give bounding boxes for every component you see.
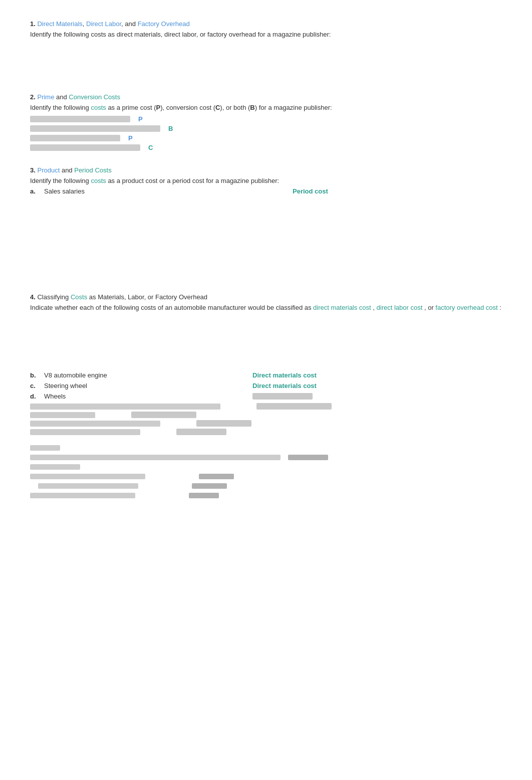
section-3-gap-large (30, 198, 502, 238)
extra-blurred-1b (288, 455, 328, 460)
section-2-title: 2. Prime and Conversion Costs (30, 93, 502, 101)
item-a-answer: Period cost (293, 187, 328, 195)
section-3-costs-link[interactable]: costs (91, 177, 106, 184)
desc-bold-P: P (156, 104, 160, 111)
extra-blurred-2 (30, 464, 80, 470)
section-3-product-link[interactable]: Product (37, 166, 60, 174)
section-1-factory-overhead-link[interactable]: Factory Overhead (138, 20, 190, 28)
blurred-row-3 (30, 420, 502, 427)
section-4: 4. Classifying Costs as Materials, Labor… (30, 293, 502, 499)
section-1-direct-materials-link[interactable]: Direct Materials (37, 20, 82, 28)
section-2-conversion-link[interactable]: Conversion Costs (69, 93, 120, 101)
prime-label-4 (30, 144, 140, 151)
section-2-desc-mid: as a prime cost (P), conversion cost (C)… (108, 104, 332, 111)
blurred-label-1 (30, 404, 220, 410)
extra-blurred-5b (189, 493, 219, 498)
extra-row-3 (30, 473, 502, 480)
section-4-costs-link[interactable]: Costs (71, 293, 87, 301)
item-d-letter: d. (30, 393, 40, 400)
item-a-letter: a. (30, 187, 40, 195)
comma-1: , (83, 20, 85, 28)
section-3-title: 3. Product and Period Costs (30, 166, 502, 174)
extra-row-5 (30, 492, 502, 499)
item-c-name: Steering wheel (44, 382, 184, 389)
section-3: 3. Product and Period Costs Identify the… (30, 166, 502, 278)
item-d-answer-blurred (252, 393, 313, 400)
blurred-row-2 (30, 412, 502, 418)
section-4-row-c: c. Steering wheel Direct materials cost (30, 382, 502, 389)
section-4-description: Indicate whether each of the following c… (30, 304, 502, 311)
section-2-number: 2. (30, 93, 36, 101)
section-4-row-b: b. V8 automobile engine Direct materials… (30, 371, 502, 379)
section-4-colon: : (499, 304, 501, 311)
blurred-label-4 (30, 429, 140, 435)
extra-blurred-3a (30, 474, 145, 479)
blurred-row-1 (30, 403, 502, 410)
section-4-rest: as Materials, Labor, or Factory Overhead (89, 293, 207, 301)
extra-row-2 (30, 463, 502, 470)
section-4-title: 4. Classifying Costs as Materials, Labor… (30, 293, 502, 301)
section-4-row-d: d. Wheels (30, 393, 502, 400)
section-1-desc-text: Identify the following costs as direct m… (30, 31, 331, 38)
blurred-row-4 (30, 429, 502, 435)
section-3-items: a. Sales salaries Period cost (30, 187, 502, 195)
extra-row-0 (30, 444, 502, 451)
desc-bold-C: C (215, 104, 220, 111)
section-1-gap (30, 38, 502, 78)
prime-label-2 (30, 125, 160, 132)
desc-bold-B: B (250, 104, 254, 111)
extra-blurred-0a (30, 445, 60, 451)
section-2-costs-link[interactable]: costs (91, 104, 106, 111)
prime-answer-4: C (148, 144, 153, 151)
item-b-answer: Direct materials cost (252, 371, 317, 379)
section-1: 1. Direct Materials, Direct Labor, and F… (30, 20, 502, 78)
item-c-answer: Direct materials cost (252, 382, 317, 389)
and-1: , and (121, 20, 136, 28)
section-3-period-link[interactable]: Period Costs (74, 166, 111, 174)
section-1-direct-labor-link[interactable]: Direct Labor (86, 20, 121, 28)
section-3-description: Identify the following costs as a produc… (30, 177, 502, 184)
prime-row-4: C (30, 144, 502, 151)
extra-blurred-4b (192, 483, 227, 489)
section-2: 2. Prime and Conversion Costs Identify t… (30, 93, 502, 151)
section-4-fo-link[interactable]: factory overhead cost (435, 304, 497, 311)
section-2-desc-text: Identify the following (30, 104, 91, 111)
blurred-answer-1 (256, 403, 332, 410)
extra-blurred-section (30, 444, 502, 499)
blurred-label-3 (30, 421, 160, 427)
prime-row-2: B (30, 125, 502, 132)
prime-row-3: P (30, 134, 502, 142)
extra-blurred-5a (30, 493, 135, 498)
prime-answer-2: B (168, 125, 173, 132)
section-4-classifying: Classifying (37, 293, 70, 301)
item-b-name: V8 automobile engine (44, 371, 184, 379)
blurred-answer-2 (131, 412, 196, 418)
prime-answer-3: P (128, 134, 133, 142)
section-1-number: 1. (30, 20, 36, 28)
extra-row-4 (30, 482, 502, 489)
blurred-answer-4 (176, 429, 226, 435)
section-3-gap-large2 (30, 238, 502, 278)
section-3-number: 3. (30, 166, 36, 174)
item-d-name: Wheels (44, 393, 184, 400)
section-2-rows: P B P C (30, 115, 502, 151)
section-3-desc-text: Identify the following (30, 177, 91, 184)
blurred-answer-3 (196, 420, 251, 427)
prime-label-1 (30, 116, 130, 122)
extra-blurred-3b (199, 474, 234, 479)
item-c-letter: c. (30, 382, 40, 389)
section-2-description: Identify the following costs as a prime … (30, 104, 502, 111)
extra-blurred-1a (30, 455, 281, 460)
section-2-prime-link[interactable]: Prime (37, 93, 54, 101)
section-1-title: 1. Direct Materials, Direct Labor, and F… (30, 20, 502, 28)
section-4-items: b. V8 automobile engine Direct materials… (30, 371, 502, 435)
section-4-desc-start: Indicate whether each of the following c… (30, 304, 313, 311)
section-3-and: and (62, 166, 74, 174)
section-3-desc-end: as a product cost or a period cost for a… (108, 177, 279, 184)
section-4-dl-link[interactable]: direct labor cost (377, 304, 423, 311)
blurred-label-2 (30, 412, 95, 418)
section-4-number: 4. (30, 293, 36, 301)
section-4-dm-link[interactable]: direct materials cost (313, 304, 371, 311)
section-2-and: and (56, 93, 69, 101)
prime-label-3 (30, 135, 120, 141)
